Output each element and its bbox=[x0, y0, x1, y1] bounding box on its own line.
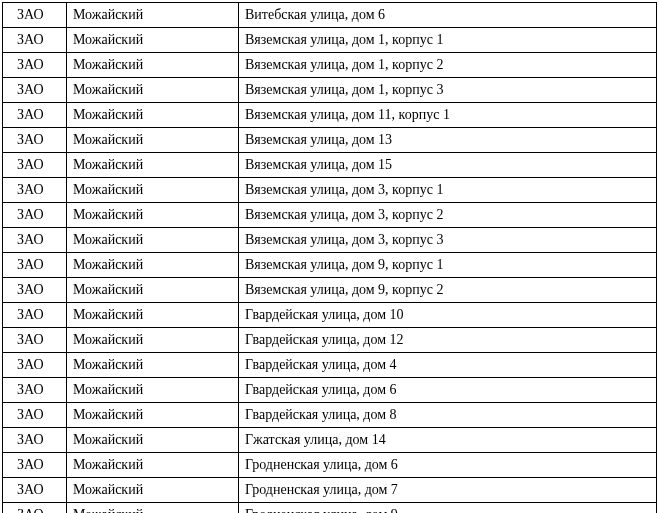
cell-col1: Можайский bbox=[67, 428, 239, 453]
cell-col1: Можайский bbox=[67, 28, 239, 53]
table-row: ЗАОМожайскийВяземская улица, дом 9, корп… bbox=[3, 253, 657, 278]
cell-col0: ЗАО bbox=[3, 28, 67, 53]
cell-col0: ЗАО bbox=[3, 78, 67, 103]
table-row: ЗАОМожайскийВяземская улица, дом 13 bbox=[3, 128, 657, 153]
cell-col2: Гвардейская улица, дом 10 bbox=[239, 303, 657, 328]
cell-col2: Витебская улица, дом 6 bbox=[239, 3, 657, 28]
table-row: ЗАОМожайскийВяземская улица, дом 3, корп… bbox=[3, 178, 657, 203]
cell-col1: Можайский bbox=[67, 203, 239, 228]
cell-col1: Можайский bbox=[67, 3, 239, 28]
cell-col2: Гжатская улица, дом 14 bbox=[239, 428, 657, 453]
cell-col1: Можайский bbox=[67, 253, 239, 278]
table-row: ЗАОМожайскийГродненская улица, дом 9 bbox=[3, 503, 657, 514]
table-row: ЗАОМожайскийВяземская улица, дом 1, корп… bbox=[3, 53, 657, 78]
cell-col2: Гвардейская улица, дом 8 bbox=[239, 403, 657, 428]
table-row: ЗАОМожайскийВяземская улица, дом 3, корп… bbox=[3, 228, 657, 253]
cell-col1: Можайский bbox=[67, 453, 239, 478]
cell-col1: Можайский bbox=[67, 78, 239, 103]
cell-col2: Вяземская улица, дом 1, корпус 3 bbox=[239, 78, 657, 103]
cell-col0: ЗАО bbox=[3, 303, 67, 328]
cell-col0: ЗАО bbox=[3, 503, 67, 514]
table-row: ЗАОМожайскийГродненская улица, дом 6 bbox=[3, 453, 657, 478]
cell-col1: Можайский bbox=[67, 178, 239, 203]
cell-col0: ЗАО bbox=[3, 278, 67, 303]
cell-col2: Гродненская улица, дом 9 bbox=[239, 503, 657, 514]
cell-col2: Вяземская улица, дом 13 bbox=[239, 128, 657, 153]
cell-col0: ЗАО bbox=[3, 153, 67, 178]
table-row: ЗАОМожайскийГвардейская улица, дом 4 bbox=[3, 353, 657, 378]
table-row: ЗАОМожайскийГродненская улица, дом 7 bbox=[3, 478, 657, 503]
table-row: ЗАОМожайскийГжатская улица, дом 14 bbox=[3, 428, 657, 453]
cell-col2: Вяземская улица, дом 3, корпус 3 bbox=[239, 228, 657, 253]
cell-col2: Гвардейская улица, дом 12 bbox=[239, 328, 657, 353]
cell-col0: ЗАО bbox=[3, 403, 67, 428]
cell-col2: Гвардейская улица, дом 4 bbox=[239, 353, 657, 378]
cell-col0: ЗАО bbox=[3, 353, 67, 378]
cell-col0: ЗАО bbox=[3, 53, 67, 78]
cell-col1: Можайский bbox=[67, 303, 239, 328]
cell-col1: Можайский bbox=[67, 153, 239, 178]
cell-col0: ЗАО bbox=[3, 178, 67, 203]
cell-col2: Вяземская улица, дом 9, корпус 1 bbox=[239, 253, 657, 278]
cell-col0: ЗАО bbox=[3, 3, 67, 28]
address-table: ЗАОМожайскийВитебская улица, дом 6ЗАОМож… bbox=[2, 2, 657, 513]
cell-col0: ЗАО bbox=[3, 203, 67, 228]
cell-col2: Вяземская улица, дом 3, корпус 1 bbox=[239, 178, 657, 203]
table-row: ЗАОМожайскийВяземская улица, дом 9, корп… bbox=[3, 278, 657, 303]
table-row: ЗАОМожайскийВяземская улица, дом 15 bbox=[3, 153, 657, 178]
cell-col2: Вяземская улица, дом 9, корпус 2 bbox=[239, 278, 657, 303]
table-row: ЗАОМожайскийВяземская улица, дом 3, корп… bbox=[3, 203, 657, 228]
cell-col2: Гродненская улица, дом 6 bbox=[239, 453, 657, 478]
cell-col1: Можайский bbox=[67, 278, 239, 303]
cell-col2: Гвардейская улица, дом 6 bbox=[239, 378, 657, 403]
cell-col2: Вяземская улица, дом 15 bbox=[239, 153, 657, 178]
table-row: ЗАОМожайскийВяземская улица, дом 1, корп… bbox=[3, 78, 657, 103]
table-row: ЗАОМожайскийГвардейская улица, дом 10 bbox=[3, 303, 657, 328]
cell-col1: Можайский bbox=[67, 103, 239, 128]
cell-col2: Гродненская улица, дом 7 bbox=[239, 478, 657, 503]
cell-col0: ЗАО bbox=[3, 428, 67, 453]
cell-col1: Можайский bbox=[67, 503, 239, 514]
table-row: ЗАОМожайскийВяземская улица, дом 1, корп… bbox=[3, 28, 657, 53]
cell-col0: ЗАО bbox=[3, 328, 67, 353]
table-row: ЗАОМожайскийВяземская улица, дом 11, кор… bbox=[3, 103, 657, 128]
cell-col2: Вяземская улица, дом 11, корпус 1 bbox=[239, 103, 657, 128]
table-row: ЗАОМожайскийГвардейская улица, дом 12 bbox=[3, 328, 657, 353]
cell-col0: ЗАО bbox=[3, 478, 67, 503]
cell-col0: ЗАО bbox=[3, 378, 67, 403]
cell-col2: Вяземская улица, дом 3, корпус 2 bbox=[239, 203, 657, 228]
cell-col0: ЗАО bbox=[3, 103, 67, 128]
table-row: ЗАОМожайскийВитебская улица, дом 6 bbox=[3, 3, 657, 28]
cell-col2: Вяземская улица, дом 1, корпус 1 bbox=[239, 28, 657, 53]
cell-col2: Вяземская улица, дом 1, корпус 2 bbox=[239, 53, 657, 78]
cell-col0: ЗАО bbox=[3, 128, 67, 153]
table-row: ЗАОМожайскийГвардейская улица, дом 6 bbox=[3, 378, 657, 403]
table-row: ЗАОМожайскийГвардейская улица, дом 8 bbox=[3, 403, 657, 428]
cell-col1: Можайский bbox=[67, 353, 239, 378]
cell-col1: Можайский bbox=[67, 478, 239, 503]
cell-col1: Можайский bbox=[67, 328, 239, 353]
cell-col1: Можайский bbox=[67, 403, 239, 428]
cell-col1: Можайский bbox=[67, 228, 239, 253]
cell-col1: Можайский bbox=[67, 378, 239, 403]
cell-col1: Можайский bbox=[67, 128, 239, 153]
cell-col0: ЗАО bbox=[3, 253, 67, 278]
cell-col1: Можайский bbox=[67, 53, 239, 78]
cell-col0: ЗАО bbox=[3, 453, 67, 478]
cell-col0: ЗАО bbox=[3, 228, 67, 253]
